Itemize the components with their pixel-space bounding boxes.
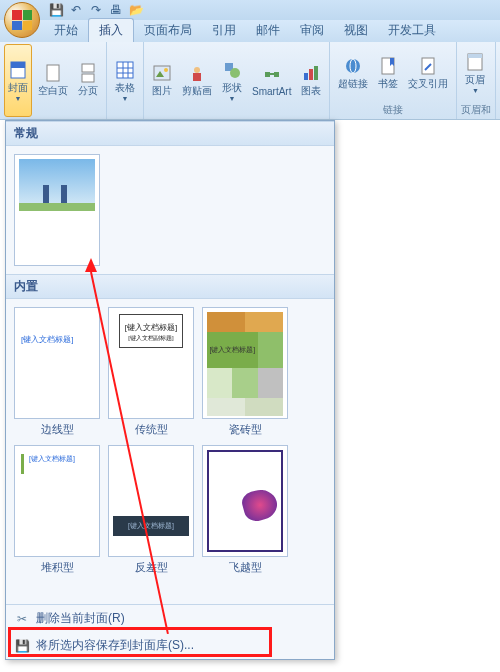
thumb-text: [键入文档标题]: [21, 334, 73, 345]
cover-page-icon: [8, 60, 28, 80]
shapes-button[interactable]: 形状▼: [218, 44, 246, 117]
thumb-text: [键入文档标题]: [29, 454, 75, 464]
bookmark-icon: [378, 56, 398, 76]
tab-developer[interactable]: 开发工具: [378, 19, 446, 42]
table-label: 表格: [115, 81, 135, 95]
chart-button[interactable]: 图表: [297, 44, 325, 117]
blank-page-button[interactable]: 空白页: [34, 44, 72, 117]
svg-point-23: [346, 59, 360, 73]
picture-label: 图片: [152, 84, 172, 98]
ribbon: 封面 ▼ 空白页 分页 表格 ▼ 图片 剪贴画 形状▼: [0, 42, 500, 120]
tab-references[interactable]: 引用: [202, 19, 246, 42]
thumb-label: 反差型: [135, 560, 168, 575]
title-bar: 💾 ↶ ↷ 🖶 📂: [0, 0, 500, 20]
tab-review[interactable]: 审阅: [290, 19, 334, 42]
svg-rect-3: [82, 64, 94, 72]
shapes-label: 形状: [222, 81, 242, 95]
chevron-down-icon: ▼: [229, 95, 236, 102]
undo-icon[interactable]: ↶: [68, 2, 84, 18]
hyperlink-label: 超链接: [338, 77, 368, 91]
page-break-button[interactable]: 分页: [74, 44, 102, 117]
save-to-gallery-menuitem[interactable]: 💾 将所选内容保存到封面库(S)...: [6, 632, 334, 659]
page-break-label: 分页: [78, 84, 98, 98]
tab-home[interactable]: 开始: [44, 19, 88, 42]
gallery-item-fly[interactable]: 飞越型: [202, 445, 288, 575]
table-button[interactable]: 表格 ▼: [111, 44, 139, 117]
crossref-icon: [418, 56, 438, 76]
clipart-button[interactable]: 剪贴画: [178, 44, 216, 117]
chevron-down-icon: ▼: [15, 95, 22, 102]
group-illustrations: 图片 剪贴画 形状▼ SmartArt 图表: [144, 42, 330, 119]
gallery-item-traditional[interactable]: [键入文档标题][键入文档副标题] 传统型: [108, 307, 194, 437]
hyperlink-button[interactable]: 超链接: [334, 44, 372, 102]
remove-cover-label: 删除当前封面(R): [36, 610, 125, 627]
crossref-label: 交叉引用: [408, 77, 448, 91]
smartart-button[interactable]: SmartArt: [248, 44, 295, 117]
remove-cover-menuitem[interactable]: ✂ 删除当前封面(R): [6, 605, 334, 632]
dropdown-footer: ✂ 删除当前封面(R) 💾 将所选内容保存到封面库(S)...: [6, 604, 334, 659]
redo-icon[interactable]: ↷: [88, 2, 104, 18]
thumb-subtext: [键入文档副标题]: [109, 334, 193, 343]
group-hf-label: 页眉和: [461, 102, 491, 117]
header-button[interactable]: 页眉▼: [461, 44, 489, 102]
picture-icon: [152, 63, 172, 83]
header-icon: [465, 52, 485, 72]
clipart-label: 剪贴画: [182, 84, 212, 98]
svg-rect-29: [468, 54, 482, 58]
svg-point-16: [230, 68, 240, 78]
tab-view[interactable]: 视图: [334, 19, 378, 42]
group-links-label: 链接: [334, 102, 452, 117]
gallery-item-contrast[interactable]: [键入文档标题] 反差型: [108, 445, 194, 575]
svg-rect-20: [304, 73, 308, 80]
crossref-button[interactable]: 交叉引用: [404, 44, 452, 102]
thumb-text: [键入文档标题]: [113, 516, 189, 536]
gallery-item-stack[interactable]: [键入文档标题] 堆积型: [14, 445, 100, 575]
thumb-text: [键入文档标题]: [207, 332, 258, 368]
svg-rect-1: [11, 62, 25, 68]
svg-rect-2: [47, 65, 59, 81]
blank-page-label: 空白页: [38, 84, 68, 98]
cover-page-label: 封面: [8, 81, 28, 95]
save-icon[interactable]: 💾: [48, 2, 64, 18]
thumb-label: 飞越型: [229, 560, 262, 575]
cover-page-button[interactable]: 封面 ▼: [4, 44, 32, 117]
remove-icon: ✂: [14, 611, 30, 627]
bookmark-button[interactable]: 书签: [374, 44, 402, 102]
svg-rect-14: [193, 73, 201, 81]
quick-access-toolbar: 💾 ↶ ↷ 🖶 📂: [48, 2, 144, 18]
chevron-down-icon: ▼: [122, 95, 129, 102]
smartart-icon: [262, 65, 282, 85]
table-icon: [115, 60, 135, 80]
shapes-icon: [222, 60, 242, 80]
ribbon-tabs: 开始 插入 页面布局 引用 邮件 审阅 视图 开发工具: [0, 20, 500, 42]
svg-rect-5: [117, 62, 133, 78]
page-break-icon: [78, 63, 98, 83]
picture-button[interactable]: 图片: [148, 44, 176, 117]
save-to-gallery-label: 将所选内容保存到封面库(S)...: [36, 637, 194, 654]
thumb-text: [键入文档标题]: [109, 322, 193, 333]
print-icon[interactable]: 🖶: [108, 2, 124, 18]
group-tables: 表格 ▼: [107, 42, 144, 119]
gallery-item-border[interactable]: [键入文档标题] 边线型: [14, 307, 100, 437]
hyperlink-icon: [343, 56, 363, 76]
open-icon[interactable]: 📂: [128, 2, 144, 18]
gallery-builtin: [键入文档标题] 边线型 [键入文档标题][键入文档副标题] 传统型 [键入文档…: [6, 299, 334, 583]
tab-pagelayout[interactable]: 页面布局: [134, 19, 202, 42]
group-headerfooter: 页眉▼ 页眉和: [457, 42, 496, 119]
save-gallery-icon: 💾: [14, 638, 30, 654]
group-pages: 封面 ▼ 空白页 分页: [0, 42, 107, 119]
gallery-item-tiles[interactable]: [键入文档标题] 瓷砖型: [202, 307, 288, 437]
section-builtin-header: 内置: [6, 274, 334, 299]
tab-insert[interactable]: 插入: [88, 18, 134, 42]
smartart-label: SmartArt: [252, 86, 291, 97]
svg-rect-18: [274, 72, 279, 77]
svg-rect-10: [154, 66, 170, 80]
thumb-label: 边线型: [41, 422, 74, 437]
cover-page-dropdown: 常规 内置 [键入文档标题] 边线型 [键入文档标题][键入文档副标题] 传统型…: [5, 120, 335, 660]
office-button[interactable]: [4, 2, 40, 38]
gallery-item-general-1[interactable]: [14, 154, 100, 266]
tab-mailings[interactable]: 邮件: [246, 19, 290, 42]
thumb-label: 堆积型: [41, 560, 74, 575]
svg-point-12: [164, 68, 168, 72]
svg-rect-17: [265, 72, 270, 77]
